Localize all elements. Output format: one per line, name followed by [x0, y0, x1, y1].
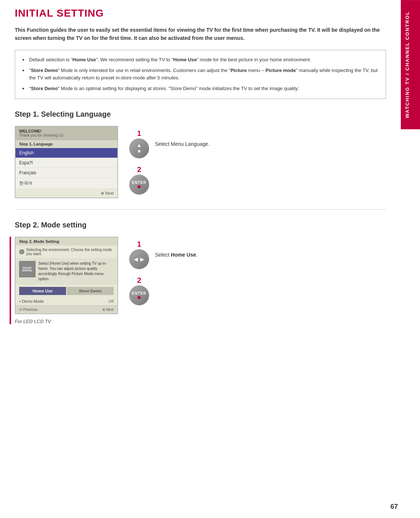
step1-screen-footer: ⊕ Next — [16, 189, 117, 198]
dolby-icon: DOLBYDIGITAL — [22, 267, 32, 272]
sidebar: WATCHING TV / CHANNEL CONTROL — [401, 0, 420, 518]
step1-section: Step 1. Selecting Language WELCOME! Than… — [15, 110, 386, 198]
step1-enter-button[interactable]: ENTER — [129, 175, 149, 195]
step1-welcome: WELCOME! — [19, 129, 114, 133]
step1-screen-header: WELCOME! Thank you for choosing LG — [16, 127, 117, 140]
store-demo-button[interactable]: Store Demo — [67, 287, 114, 295]
step2-instructions: 1 ◀ ▶ Select Home Use. 2 ENTER — [129, 237, 197, 305]
step1-content: WELCOME! Thank you for choosing LG Step … — [15, 126, 386, 198]
step2-title: Step 2. Mode setting — [15, 221, 386, 229]
step1-instruction-2: 2 ENTER — [129, 166, 210, 195]
step2-enter-button[interactable]: ENTER — [129, 285, 149, 305]
step1-badge-2: 2 ENTER — [129, 166, 149, 195]
lang-espanol: Espa?l — [16, 158, 117, 168]
step2-tv-screen: Step 2, Mode Setting i Selecting the env… — [15, 237, 118, 314]
dolby-text: Select [Home Use] when setting TV up in-… — [38, 261, 114, 282]
step2-badge-2: 2 ENTER — [129, 277, 149, 305]
info-item-2: "Store Demo" Mode is only intended for u… — [23, 67, 378, 82]
step2-info-row: i Selecting the environment. Choose the … — [16, 246, 117, 258]
step2-num-1: 1 — [137, 240, 141, 248]
enter-label: ENTER — [132, 181, 147, 185]
step1-tv-screen: WELCOME! Thank you for choosing LG Step … — [15, 126, 118, 198]
step1-step-label: Step 1, Language — [16, 140, 117, 148]
step2-lr-button[interactable]: ◀ ▶ — [129, 249, 149, 269]
step2-section: Step 2. Mode setting Step 2, Mode Settin… — [15, 221, 386, 324]
step1-badge-1: 1 ▲ ▼ — [129, 130, 149, 158]
right-arrow-icon: ▶ — [140, 256, 144, 262]
enter-dot — [138, 185, 141, 188]
demo-mode-value: Off — [109, 299, 114, 303]
enter-label-2: ENTER — [132, 291, 147, 295]
section-divider — [15, 209, 386, 210]
step2-instruction-text-1: Select Home Use. — [155, 252, 197, 258]
step2-step-label: Step 2, Mode Setting — [16, 237, 117, 246]
step2-footer-next: ⊕ Next — [102, 308, 114, 312]
step1-instructions: 1 ▲ ▼ Select Menu Language. 2 ENTER — [129, 126, 210, 195]
info-item-1: Default selection is "Home Use". We reco… — [23, 56, 378, 64]
info-list: Default selection is "Home Use". We reco… — [23, 56, 378, 93]
step2-screen-footer: ⟳ Previous ⊕ Next — [16, 305, 117, 313]
intro-text: This Function guides the user to easily … — [15, 26, 386, 42]
step1-title: Step 1. Selecting Language — [15, 110, 386, 119]
page-number: 67 — [390, 503, 398, 511]
sidebar-label: WATCHING TV / CHANNEL CONTROL — [401, 0, 420, 129]
step2-instruction-1: 1 ◀ ▶ Select Home Use. — [129, 240, 197, 269]
mode-buttons-row: Home Use Store Demo — [16, 285, 117, 297]
step2-footer-prev: ⟳ Previous — [19, 308, 38, 312]
step1-nav-button[interactable]: ▲ ▼ — [129, 138, 149, 158]
dolby-area: DOLBYDIGITAL Select [Home Use] when sett… — [16, 258, 117, 285]
lang-korean: 한국어 — [16, 178, 117, 189]
step1-instruction-1: 1 ▲ ▼ Select Menu Language. — [129, 130, 210, 158]
info-box: Default selection is "Home Use". We reco… — [15, 50, 386, 99]
info-icon: i — [19, 249, 24, 254]
main-content: INITIAL SETTING This Function guides the… — [0, 0, 401, 346]
enter-dot-2 — [138, 296, 141, 299]
step1-lang-list: English Espa?l Français 한국어 — [16, 148, 117, 189]
home-use-button[interactable]: Home Use — [19, 287, 66, 295]
demo-row: • Demo Mode Off — [16, 297, 117, 305]
step2-instruction-2: 2 ENTER — [129, 277, 197, 305]
left-arrow-icon: ◀ — [134, 256, 138, 262]
info-item-3: "Store Demo" Mode is an optimal setting … — [23, 85, 378, 93]
down-arrow-icon: ▼ — [137, 149, 142, 154]
step2-content: Step 2, Mode Setting i Selecting the env… — [15, 237, 386, 324]
dolby-badge: DOLBYDIGITAL — [19, 261, 35, 277]
lang-english: English — [16, 148, 117, 158]
step1-num-1: 1 — [137, 130, 141, 137]
step2-tv-wrapper: Step 2, Mode Setting i Selecting the env… — [15, 237, 118, 324]
demo-mode-label: • Demo Mode — [19, 299, 44, 303]
step1-subheader: Thank you for choosing LG — [19, 133, 114, 137]
lang-francais: Français — [16, 168, 117, 178]
step1-num-2: 2 — [137, 166, 141, 173]
step1-instruction-text-1: Select Menu Language. — [155, 141, 210, 147]
red-indicator — [10, 237, 11, 324]
step2-info-text: Selecting the environment. Choose the se… — [26, 248, 114, 256]
up-arrow-icon: ▲ — [137, 143, 142, 148]
page-title: INITIAL SETTING — [15, 7, 386, 19]
step2-badge-1: 1 ◀ ▶ — [129, 240, 149, 269]
step2-num-2: 2 — [137, 277, 141, 284]
led-label: For LED LCD TV — [15, 319, 118, 324]
